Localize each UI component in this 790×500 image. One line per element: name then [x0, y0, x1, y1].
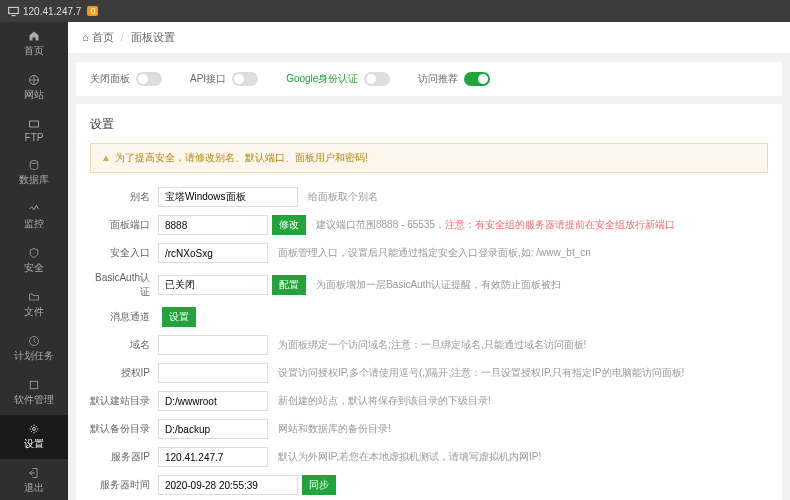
folder-icon	[28, 291, 40, 303]
breadcrumb-sep: /	[121, 31, 124, 43]
svg-rect-0	[9, 7, 19, 13]
hint-entry: 面板管理入口，设置后只能通过指定安全入口登录面板,如: /www_bt_cn	[278, 246, 591, 260]
input-domain[interactable]	[158, 335, 268, 355]
input-port[interactable]	[158, 215, 268, 235]
panel-title: 设置	[90, 116, 768, 133]
topbar: 120.41.247.7 0	[0, 0, 790, 22]
toggle-offline: 访问推荐	[418, 72, 490, 86]
settings-panel: 设置 ▲为了提高安全，请修改别名、默认端口、面板用户和密码! 别名给面板取个别名…	[76, 104, 782, 500]
label-entry: 安全入口	[90, 246, 150, 260]
hint-backupdir: 网站和数据库的备份目录!	[278, 422, 391, 436]
sidebar-item-ftp[interactable]: FTP	[0, 110, 68, 151]
label-backupdir: 默认备份目录	[90, 422, 150, 436]
notification-badge[interactable]: 0	[87, 6, 98, 16]
breadcrumb-current: 面板设置	[131, 31, 175, 43]
label-sitedir: 默认建站目录	[90, 394, 150, 408]
home-icon	[28, 30, 40, 42]
svg-rect-6	[30, 381, 38, 389]
monitor-icon	[8, 6, 19, 17]
server-ip: 120.41.247.7	[23, 6, 81, 17]
btn-port-save[interactable]: 修改	[272, 215, 306, 235]
sidebar-item-website[interactable]: 网站	[0, 66, 68, 110]
input-authip[interactable]	[158, 363, 268, 383]
btn-time-sync[interactable]: 同步	[302, 475, 336, 495]
hint-basicauth: 为面板增加一层BasicAuth认证提醒，有效防止面板被扫	[316, 278, 561, 292]
input-sitedir[interactable]	[158, 391, 268, 411]
input-entry[interactable]	[158, 243, 268, 263]
label-authip: 授权IP	[90, 366, 150, 380]
sidebar-item-security[interactable]: 安全	[0, 239, 68, 283]
hint-serverip: 默认为外网IP,若您在本地虚拟机测试，请填写虚拟机内网IP!	[278, 450, 541, 464]
sidebar-item-files[interactable]: 文件	[0, 283, 68, 327]
svg-point-7	[33, 428, 36, 431]
sidebar-item-cron[interactable]: 计划任务	[0, 327, 68, 371]
svg-point-4	[30, 161, 38, 164]
label-msg: 消息通道	[90, 310, 150, 324]
sidebar-item-home[interactable]: 首页	[0, 22, 68, 66]
label-port: 面板端口	[90, 218, 150, 232]
globe-icon	[28, 74, 40, 86]
toggle-bar: 关闭面板 API接口 Google身份认证 访问推荐	[76, 62, 782, 96]
input-alias[interactable]	[158, 187, 298, 207]
exit-icon	[28, 467, 40, 479]
breadcrumb-home[interactable]: 首页	[92, 31, 114, 43]
hint-authip: 设置访问授权IP,多个请使用逗号(,)隔开;注意：一旦设置授权IP,只有指定IP…	[278, 366, 684, 380]
sidebar-item-database[interactable]: 数据库	[0, 151, 68, 195]
toggle-close-panel: 关闭面板	[90, 72, 162, 86]
database-icon	[28, 159, 40, 171]
ftp-icon	[28, 118, 40, 130]
switch-google[interactable]	[364, 72, 390, 86]
warning-icon: ▲	[101, 152, 111, 163]
switch-api[interactable]	[232, 72, 258, 86]
label-basicauth: BasicAuth认证	[90, 271, 150, 299]
sidebar-item-software[interactable]: 软件管理	[0, 371, 68, 415]
main-content: ⌂ 首页 / 面板设置 关闭面板 API接口 Google身份认证 访问推荐 设…	[68, 22, 790, 500]
sidebar-item-logout[interactable]: 退出	[0, 459, 68, 500]
clock-icon	[28, 335, 40, 347]
warning-box: ▲为了提高安全，请修改别名、默认端口、面板用户和密码!	[90, 143, 768, 173]
hint-domain: 为面板绑定一个访问域名;注意：一旦绑定域名,只能通过域名访问面板!	[278, 338, 586, 352]
breadcrumb-home-icon: ⌂	[82, 31, 89, 43]
switch-offline[interactable]	[464, 72, 490, 86]
label-serverip: 服务器IP	[90, 450, 150, 464]
gear-icon	[28, 423, 40, 435]
switch-close-panel[interactable]	[136, 72, 162, 86]
input-basicauth[interactable]	[158, 275, 268, 295]
svg-rect-3	[30, 121, 39, 127]
sidebar-item-monitor[interactable]: 监控	[0, 195, 68, 239]
input-backupdir[interactable]	[158, 419, 268, 439]
toggle-api: API接口	[190, 72, 258, 86]
hint-port: 建议端口范围8888 - 65535，注意：有安全组的服务器请提前在安全组放行新…	[316, 218, 675, 232]
hint-sitedir: 新创建的站点，默认将保存到该目录的下级目录!	[278, 394, 491, 408]
toggle-google: Google身份认证	[286, 72, 390, 86]
btn-msg-set[interactable]: 设置	[162, 307, 196, 327]
btn-basicauth-config[interactable]: 配置	[272, 275, 306, 295]
label-domain: 域名	[90, 338, 150, 352]
breadcrumb: ⌂ 首页 / 面板设置	[68, 22, 790, 54]
label-alias: 别名	[90, 190, 150, 204]
input-servertime[interactable]	[158, 475, 298, 495]
hint-alias: 给面板取个别名	[308, 190, 378, 204]
sidebar-item-settings[interactable]: 设置	[0, 415, 68, 459]
input-serverip[interactable]	[158, 447, 268, 467]
monitor-icon	[28, 203, 40, 215]
sidebar: 首页 网站 FTP 数据库 监控 安全 文件 计划任务 软件管理 设置 退出 +	[0, 22, 68, 500]
package-icon	[28, 379, 40, 391]
shield-icon	[28, 247, 40, 259]
label-servertime: 服务器时间	[90, 478, 150, 492]
